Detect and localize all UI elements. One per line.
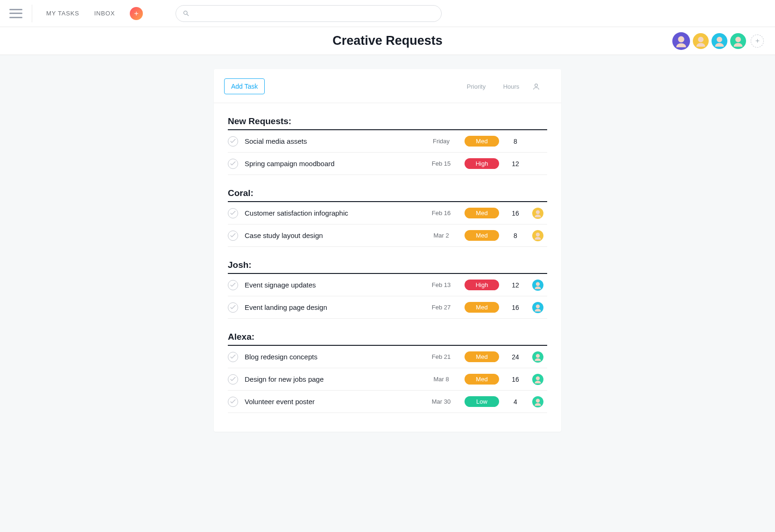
nav-inbox[interactable]: INBOX — [94, 10, 115, 17]
svg-point-16 — [536, 282, 540, 286]
menu-icon[interactable] — [9, 9, 22, 18]
section-title[interactable]: Coral: — [228, 188, 547, 202]
task-priority[interactable]: High — [461, 158, 502, 169]
task-assignee[interactable] — [528, 280, 547, 291]
assignee-avatar[interactable] — [532, 302, 543, 313]
add-button[interactable] — [130, 7, 143, 20]
complete-toggle[interactable] — [228, 136, 238, 147]
task-row[interactable]: Event signage updates Feb 13 High 12 — [228, 274, 547, 296]
assignee-avatar[interactable] — [532, 208, 543, 219]
members-list — [672, 32, 764, 50]
top-bar: MY TASKS INBOX — [0, 0, 775, 27]
task-assignee[interactable] — [528, 230, 547, 241]
task-row[interactable]: Volunteer event poster Mar 30 Low 4 — [228, 391, 547, 413]
complete-toggle[interactable] — [228, 374, 238, 385]
assignee-avatar[interactable] — [532, 280, 543, 291]
task-assignee[interactable] — [528, 374, 547, 385]
task-row[interactable]: Event landing page design Feb 27 Med 16 — [228, 296, 547, 319]
section-title[interactable]: Alexa: — [228, 332, 547, 346]
svg-point-3 — [678, 36, 684, 42]
check-icon — [230, 283, 236, 287]
task-date: Feb 15 — [421, 160, 461, 167]
sections-root: New Requests: Social media assets Friday… — [214, 116, 561, 413]
check-icon — [230, 399, 236, 404]
task-row[interactable]: Spring campaign moodboard Feb 15 High 12 — [228, 153, 547, 175]
section-title[interactable]: New Requests: — [228, 116, 547, 130]
task-priority[interactable]: Med — [461, 302, 502, 313]
task-row[interactable]: Case study layout design Mar 2 Med 8 — [228, 224, 547, 247]
task-assignee[interactable] — [528, 351, 547, 363]
add-task-button[interactable]: Add Task — [224, 78, 265, 94]
plus-icon — [133, 10, 140, 17]
task-priority[interactable]: High — [461, 280, 502, 290]
task-priority[interactable]: Med — [461, 230, 502, 241]
complete-toggle[interactable] — [228, 231, 238, 241]
task-row[interactable]: Blog redesign concepts Feb 21 Med 24 — [228, 346, 547, 368]
task-date: Feb 27 — [421, 304, 461, 311]
workspace: Add Task Priority Hours New Requests: So… — [0, 55, 775, 532]
check-icon — [230, 161, 236, 166]
column-assignee-icon — [528, 83, 544, 91]
priority-pill: Low — [465, 396, 499, 407]
task-hours: 16 — [502, 210, 528, 217]
priority-pill: Med — [465, 351, 499, 362]
member-avatar[interactable] — [693, 33, 709, 49]
priority-pill: Med — [465, 374, 499, 385]
complete-toggle[interactable] — [228, 397, 238, 407]
task-priority[interactable]: Med — [461, 374, 502, 385]
task-hours: 16 — [502, 304, 528, 311]
task-assignee[interactable] — [528, 302, 547, 313]
column-priority-label: Priority — [458, 83, 495, 90]
nav-my-tasks[interactable]: MY TASKS — [46, 10, 79, 17]
check-icon — [230, 139, 236, 143]
person-icon — [532, 83, 540, 91]
task-priority[interactable]: Low — [461, 396, 502, 407]
task-hours: 8 — [502, 232, 528, 239]
section-title[interactable]: Josh: — [228, 260, 547, 274]
complete-toggle[interactable] — [228, 159, 238, 169]
task-priority[interactable]: Med — [461, 208, 502, 218]
complete-toggle[interactable] — [228, 208, 238, 218]
task-priority[interactable]: Med — [461, 136, 502, 147]
task-row[interactable]: Customer satisfaction infographic Feb 16… — [228, 202, 547, 224]
priority-pill: Med — [465, 208, 499, 218]
task-priority[interactable]: Med — [461, 351, 502, 362]
assignee-avatar[interactable] — [532, 396, 543, 407]
task-date: Feb 13 — [421, 281, 461, 288]
task-title: Design for new jobs page — [245, 375, 421, 383]
priority-pill: Med — [465, 230, 499, 241]
task-assignee[interactable] — [528, 396, 547, 407]
priority-pill: Med — [465, 302, 499, 313]
priority-pill: Med — [465, 136, 499, 147]
search-input[interactable] — [193, 10, 435, 17]
member-avatar[interactable] — [712, 33, 727, 49]
page-title: Creative Requests — [332, 34, 443, 48]
svg-point-18 — [536, 304, 540, 308]
svg-point-24 — [536, 399, 540, 402]
task-assignee[interactable] — [528, 208, 547, 219]
search-input-container[interactable] — [176, 5, 442, 22]
add-member-button[interactable] — [751, 35, 764, 48]
task-hours: 8 — [502, 138, 528, 145]
assignee-avatar[interactable] — [532, 374, 543, 385]
assignee-avatar[interactable] — [532, 351, 543, 363]
task-title: Event landing page design — [245, 303, 421, 311]
complete-toggle[interactable] — [228, 352, 238, 362]
task-hours: 12 — [502, 160, 528, 168]
divider — [32, 5, 32, 22]
check-icon — [230, 355, 236, 359]
member-avatar[interactable] — [730, 33, 746, 49]
task-title: Spring campaign moodboard — [245, 160, 421, 168]
column-headers: Priority Hours — [458, 83, 544, 91]
complete-toggle[interactable] — [228, 280, 238, 290]
task-row[interactable]: Design for new jobs page Mar 8 Med 16 — [228, 368, 547, 391]
task-row[interactable]: Social media assets Friday Med 8 — [228, 130, 547, 153]
assignee-avatar[interactable] — [532, 230, 543, 241]
member-avatar[interactable] — [672, 32, 690, 50]
task-date: Feb 21 — [421, 353, 461, 360]
check-icon — [230, 377, 236, 381]
complete-toggle[interactable] — [228, 302, 238, 313]
task-hours: 16 — [502, 376, 528, 383]
task-panel: Add Task Priority Hours New Requests: So… — [214, 69, 561, 432]
check-icon — [230, 233, 236, 238]
